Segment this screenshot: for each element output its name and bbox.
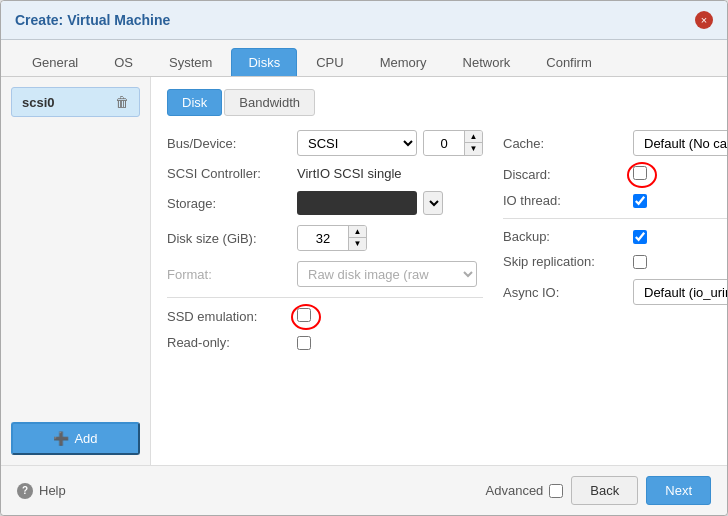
tab-system[interactable]: System	[152, 48, 229, 76]
disk-size-input[interactable]: 32	[298, 226, 348, 250]
discard-label: Discard:	[503, 167, 633, 182]
subtab-disk[interactable]: Disk	[167, 89, 222, 116]
cache-label: Cache:	[503, 136, 633, 151]
form-columns: Bus/Device: SCSI ▲ ▼	[167, 130, 711, 360]
help-button[interactable]: Help	[39, 483, 66, 498]
tab-confirm[interactable]: Confirm	[529, 48, 609, 76]
disk-item-label: scsi0	[22, 95, 55, 110]
skip-replication-label: Skip replication:	[503, 254, 633, 269]
cache-row: Cache: Default (No cache)	[503, 130, 727, 156]
add-icon: ➕	[53, 431, 69, 446]
skip-replication-checkbox[interactable]	[633, 255, 647, 269]
content-area: scsi0 🗑 ➕ Add Disk Bandwidth	[1, 77, 727, 465]
bus-device-row: Bus/Device: SCSI ▲ ▼	[167, 130, 483, 156]
async-io-row: Async IO: Default (io_uring)	[503, 279, 727, 305]
scsi-controller-row: SCSI Controller: VirtIO SCSI single	[167, 166, 483, 181]
divider-1	[167, 297, 483, 298]
disk-size-up-button[interactable]: ▲	[348, 226, 366, 238]
storage-select[interactable]	[423, 191, 443, 215]
add-disk-button[interactable]: ➕ Add	[11, 422, 140, 455]
advanced-row: Advanced	[486, 483, 564, 498]
tab-network[interactable]: Network	[446, 48, 528, 76]
bus-device-control: SCSI ▲ ▼	[297, 130, 483, 156]
tab-disks[interactable]: Disks	[231, 48, 297, 76]
disk-size-label: Disk size (GiB):	[167, 231, 297, 246]
format-row: Format: Raw disk image (raw	[167, 261, 483, 287]
tab-general[interactable]: General	[15, 48, 95, 76]
backup-checkbox[interactable]	[633, 230, 647, 244]
tab-cpu[interactable]: CPU	[299, 48, 360, 76]
read-only-row: Read-only:	[167, 335, 483, 350]
disk-size-down-button[interactable]: ▼	[348, 238, 366, 250]
ssd-emulation-checkbox-wrapper	[297, 308, 311, 325]
bus-device-label: Bus/Device:	[167, 136, 297, 151]
advanced-checkbox[interactable]	[549, 484, 563, 498]
backup-label: Backup:	[503, 229, 633, 244]
scsi-controller-label: SCSI Controller:	[167, 166, 297, 181]
sidebar: scsi0 🗑 ➕ Add	[1, 77, 151, 465]
ssd-emulation-row: SSD emulation:	[167, 308, 483, 325]
skip-replication-row: Skip replication:	[503, 254, 727, 269]
title-bar: Create: Virtual Machine ×	[1, 1, 727, 40]
backup-row: Backup:	[503, 229, 727, 244]
sub-tab-bar: Disk Bandwidth	[167, 89, 711, 116]
tab-os[interactable]: OS	[97, 48, 150, 76]
device-down-button[interactable]: ▼	[464, 143, 482, 155]
footer-left: ? Help	[17, 483, 66, 499]
storage-label: Storage:	[167, 196, 297, 211]
device-spinner: ▲ ▼	[423, 130, 483, 156]
async-io-label: Async IO:	[503, 285, 633, 300]
tab-bar: General OS System Disks CPU Memory Netwo…	[1, 40, 727, 77]
read-only-label: Read-only:	[167, 335, 297, 350]
footer-right: Advanced Back Next	[486, 476, 711, 505]
ssd-emulation-checkbox[interactable]	[297, 308, 311, 322]
discard-row: Discard:	[503, 166, 727, 183]
io-thread-checkbox-wrapper	[633, 194, 647, 208]
divider-2	[503, 218, 727, 219]
right-column: Cache: Default (No cache) Discard:	[503, 130, 727, 360]
device-spinner-buttons: ▲ ▼	[464, 131, 482, 155]
back-button[interactable]: Back	[571, 476, 638, 505]
read-only-checkbox-wrapper	[297, 336, 311, 350]
discard-checkbox[interactable]	[633, 166, 647, 180]
dialog: Create: Virtual Machine × General OS Sys…	[0, 0, 728, 516]
bus-select[interactable]: SCSI	[297, 130, 417, 156]
tab-memory[interactable]: Memory	[363, 48, 444, 76]
footer: ? Help Advanced Back Next	[1, 465, 727, 515]
skip-replication-checkbox-wrapper	[633, 255, 647, 269]
subtab-bandwidth[interactable]: Bandwidth	[224, 89, 315, 116]
scsi-controller-value: VirtIO SCSI single	[297, 166, 402, 181]
device-input[interactable]	[424, 131, 464, 155]
advanced-label: Advanced	[486, 483, 544, 498]
storage-control	[297, 191, 443, 215]
backup-checkbox-wrapper	[633, 230, 647, 244]
disk-size-buttons: ▲ ▼	[348, 226, 366, 250]
close-button[interactable]: ×	[695, 11, 713, 29]
disk-item-scsi0: scsi0 🗑	[11, 87, 140, 117]
discard-checkbox-wrapper	[633, 166, 647, 183]
device-up-button[interactable]: ▲	[464, 131, 482, 143]
ssd-emulation-label: SSD emulation:	[167, 309, 297, 324]
io-thread-label: IO thread:	[503, 193, 633, 208]
left-column: Bus/Device: SCSI ▲ ▼	[167, 130, 483, 360]
disk-size-row: Disk size (GiB): 32 ▲ ▼	[167, 225, 483, 251]
main-panel: Disk Bandwidth Bus/Device: SCSI	[151, 77, 727, 465]
help-icon: ?	[17, 483, 33, 499]
storage-row: Storage:	[167, 191, 483, 215]
dialog-title: Create: Virtual Machine	[15, 12, 170, 28]
async-io-select[interactable]: Default (io_uring)	[633, 279, 727, 305]
io-thread-row: IO thread:	[503, 193, 727, 208]
format-label: Format:	[167, 267, 297, 282]
disk-size-spinner: 32 ▲ ▼	[297, 225, 367, 251]
cache-select[interactable]: Default (No cache)	[633, 130, 727, 156]
next-button[interactable]: Next	[646, 476, 711, 505]
storage-value-display	[297, 191, 417, 215]
read-only-checkbox[interactable]	[297, 336, 311, 350]
format-select[interactable]: Raw disk image (raw	[297, 261, 477, 287]
delete-disk-button[interactable]: 🗑	[115, 94, 129, 110]
io-thread-checkbox[interactable]	[633, 194, 647, 208]
